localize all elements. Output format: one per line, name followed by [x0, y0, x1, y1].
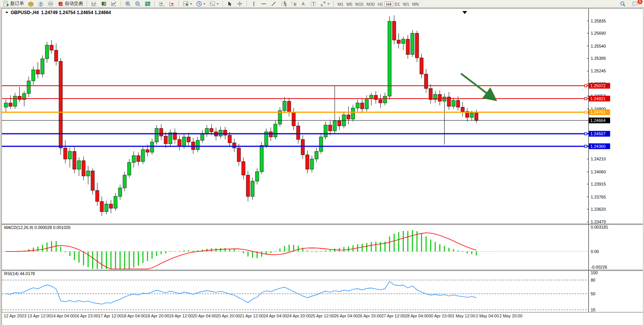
crosshair-tool-button[interactable]	[235, 0, 244, 7]
macd-signal-value: 0.001026	[53, 225, 70, 230]
cursor-tool-button[interactable]	[225, 0, 234, 7]
signals-button[interactable]	[46, 0, 55, 7]
auto-scroll-button[interactable]	[157, 0, 166, 7]
text-label-icon: T	[310, 1, 316, 7]
notification-badge: 1	[638, 0, 642, 4]
zoom-out-button[interactable]	[133, 0, 142, 7]
svg-text:30 Apr 23:00: 30 Apr 23:00	[429, 314, 452, 318]
timeframe-m15-button[interactable]: M15	[354, 2, 365, 7]
clock-icon	[196, 1, 202, 7]
svg-text:25 Apr 12:00: 25 Apr 12:00	[311, 314, 334, 318]
timeframe-m5-button[interactable]: M5	[345, 2, 354, 7]
timeframe-m1-button[interactable]: M1	[336, 2, 345, 7]
timeframe-m30-button[interactable]: M30	[365, 2, 376, 7]
toolbar-separator	[223, 1, 223, 6]
svg-text:27 Apr 12:00: 27 Apr 12:00	[381, 314, 405, 318]
price-chart-canvas[interactable]: 1.258351.256901.255401.253951.252451.250…	[2, 9, 643, 325]
dropdown-caret-icon	[217, 3, 219, 6]
svg-text:18 Apr 20:00: 18 Apr 20:00	[145, 314, 169, 318]
arrows-tool-button[interactable]	[319, 0, 331, 7]
tile-windows-icon	[145, 1, 151, 7]
svg-text:26 Apr 20:00: 26 Apr 20:00	[358, 314, 381, 318]
svg-text:1.23620: 1.23620	[591, 207, 606, 211]
svg-text:T: T	[312, 1, 315, 6]
templates-button[interactable]	[208, 0, 220, 7]
svg-text:1.24360: 1.24360	[590, 144, 606, 149]
timeframe-h4-button[interactable]: H4	[384, 2, 393, 7]
bar-chart-icon	[91, 1, 97, 7]
svg-text:20 Apr 04:00: 20 Apr 04:00	[193, 314, 216, 318]
fibonacci-icon: fE	[281, 1, 287, 7]
chart-background	[2, 9, 643, 325]
vertical-line-tool-button[interactable]	[249, 0, 258, 7]
indicators-button[interactable]	[181, 0, 194, 7]
zoom-in-button[interactable]	[123, 0, 132, 7]
svg-text:2 May 20:00: 2 May 20:00	[499, 314, 523, 318]
new-order-icon	[3, 1, 9, 7]
line-chart-type-button[interactable]	[109, 0, 118, 7]
date-axis-labels[interactable]: 12 Apr 202313 Apr 12:0014 Apr 04:0016 Ap…	[4, 314, 523, 318]
chart-ohlc-values: 1.24749 1.24754 1.24654 1.24664	[41, 10, 111, 15]
chart-title-bar[interactable]: GBPUSD-,H4 1.24749 1.24754 1.24654 1.246…	[5, 10, 111, 15]
svg-text:50: 50	[591, 291, 595, 296]
svg-text:A: A	[302, 2, 305, 6]
svg-text:2 May 04:00: 2 May 04:00	[476, 314, 499, 318]
svg-text:1.24761: 1.24761	[590, 110, 606, 114]
tile-windows-button[interactable]	[143, 0, 152, 7]
macd-indicator-label: MACD(12,26,9) 0.000028 0.001026	[4, 225, 70, 230]
svg-text:E: E	[285, 2, 287, 7]
text-label-tool-button[interactable]: T	[309, 0, 318, 7]
text-icon: A	[300, 1, 306, 7]
fibonacci-tool-button[interactable]: fE	[279, 0, 288, 7]
candlestick-chart-icon	[101, 1, 107, 7]
svg-text:1.23470: 1.23470	[591, 219, 606, 224]
toolbar-separator	[87, 1, 87, 6]
chart-frame: 1.258351.256901.255401.253951.252451.250…	[2, 8, 642, 325]
candlestick-chart-type-button[interactable]	[99, 0, 108, 7]
svg-text:19 Apr 12:00: 19 Apr 12:00	[169, 314, 193, 318]
crosshair-icon	[237, 1, 243, 7]
chart-shift-button[interactable]	[167, 0, 176, 7]
trendline-icon	[271, 1, 277, 7]
search-icon	[620, 1, 626, 7]
channel-tool-button[interactable]: F	[289, 0, 298, 7]
autotrading-button[interactable]: 自动交易	[56, 0, 84, 7]
signals-icon	[48, 1, 54, 7]
svg-text:0.00: 0.00	[591, 249, 599, 254]
search-button[interactable]	[618, 0, 627, 7]
mt4-window: 新订单 自动交易	[0, 0, 644, 325]
svg-text:1.24060: 1.24060	[591, 170, 606, 174]
timeframe-bar: M1M5M15M30H1H4D1W1MN	[336, 0, 420, 7]
vertical-line-icon	[251, 1, 257, 7]
rsi-value: 44.0178	[20, 271, 35, 276]
toolbar-right: 1	[618, 0, 642, 7]
chart-dropdown-icon[interactable]	[5, 12, 8, 15]
new-order-button[interactable]: 新订单	[2, 0, 26, 7]
svg-text:100: 100	[591, 271, 598, 275]
chart-window: 1.258351.256901.255401.253951.252451.250…	[0, 8, 644, 325]
toolbar-separator	[247, 1, 247, 6]
timeframe-w1-button[interactable]: W1	[402, 2, 411, 7]
notifications-button[interactable]: 1	[630, 0, 640, 7]
svg-text:15: 15	[591, 307, 595, 312]
timeframe-mn-button[interactable]: MN	[411, 2, 420, 7]
zoom-in-icon	[125, 1, 131, 7]
periods-button[interactable]	[194, 0, 207, 7]
svg-text:26 Apr 04:00: 26 Apr 04:00	[334, 314, 358, 318]
timeframe-d1-button[interactable]: D1	[393, 2, 402, 7]
market-button[interactable]	[26, 0, 35, 7]
dropdown-caret-icon	[203, 3, 206, 6]
bar-chart-type-button[interactable]	[89, 0, 99, 7]
indicators-icon	[183, 1, 189, 7]
timeframe-h1-button[interactable]: H1	[376, 2, 384, 7]
horizontal-line-tool-button[interactable]	[259, 0, 268, 7]
svg-text:80: 80	[591, 278, 595, 282]
svg-text:0.003181: 0.003181	[591, 225, 608, 229]
text-tool-button[interactable]: A	[299, 0, 308, 7]
trendline-tool-button[interactable]	[269, 0, 278, 7]
svg-text:1.23765: 1.23765	[591, 195, 606, 199]
autotrading-label: 自动交易	[65, 0, 83, 7]
arrows-icon	[320, 1, 326, 7]
community-button[interactable]	[36, 0, 45, 7]
svg-text:1.25540: 1.25540	[591, 44, 606, 48]
